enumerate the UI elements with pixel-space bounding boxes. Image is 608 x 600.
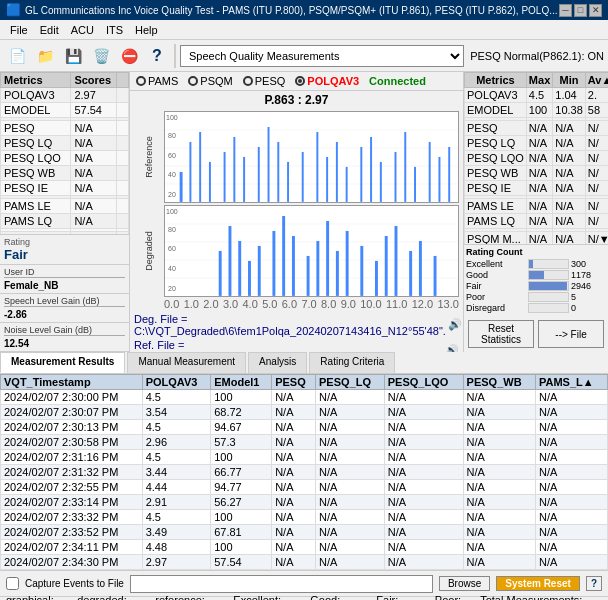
metric-score-cell: N/A [71, 199, 117, 214]
right-buttons: Reset Statistics --> File [464, 316, 608, 352]
menu-file[interactable]: File [4, 22, 34, 38]
svg-rect-46 [360, 246, 363, 296]
reset-statistics-button[interactable]: Reset Statistics [468, 320, 534, 348]
tab-manual-measurement[interactable]: Manual Measurement [127, 352, 246, 373]
results-col-header: PESQ_LQ [315, 375, 384, 390]
right-metrics-row: PAMS LQN/AN/AN/ [465, 214, 609, 229]
chart-title: P.863 : 2.97 [130, 91, 463, 109]
table-cell: N/A [315, 435, 384, 450]
radio-polqav3-label: POLQAV3 [307, 75, 359, 87]
table-cell: 3.44 [142, 465, 211, 480]
table-cell: N/A [272, 450, 316, 465]
svg-rect-9 [233, 137, 235, 202]
radio-pams-label: PAMS [148, 75, 178, 87]
right-metrics-row: PESQ WBN/AN/AN/ [465, 166, 609, 181]
svg-rect-49 [395, 226, 398, 296]
close-button[interactable]: ✕ [589, 4, 602, 17]
minimize-button[interactable]: ─ [559, 4, 572, 17]
table-cell: N/A [463, 420, 535, 435]
right-metric-cell: 100 [526, 103, 552, 118]
scores-col-header: Scores [71, 73, 117, 88]
left-metrics-row: PESQ IEN/A [1, 181, 129, 196]
file-button[interactable]: --> File [538, 320, 604, 348]
toolbar-stop-btn[interactable]: ⛔ [116, 43, 142, 69]
results-col-header: PESQ_WB [463, 375, 535, 390]
center-panel: PAMS PSQM PESQ POLQAV3 Connected P.863 [130, 72, 463, 352]
svg-rect-51 [419, 241, 422, 296]
menu-its[interactable]: ITS [100, 22, 129, 38]
table-cell: 66.77 [211, 465, 272, 480]
tab-analysis[interactable]: Analysis [248, 352, 307, 373]
rating-count-value: 300 [571, 259, 606, 269]
toolbar-save-btn[interactable]: 💾 [60, 43, 86, 69]
table-cell: 2024/02/07 2:31:32 PM [1, 465, 143, 480]
metric-name-cell: EMODEL [1, 103, 71, 118]
capture-input[interactable] [130, 575, 433, 593]
toolbar-new-btn[interactable]: 📄 [4, 43, 30, 69]
table-cell: 2024/02/07 2:30:07 PM [1, 405, 143, 420]
metric-name-cell: PESQ IE [1, 181, 71, 196]
toolbar-help-btn[interactable]: ? [144, 43, 170, 69]
metric-name-cell: PESQ LQ [1, 136, 71, 151]
table-cell: N/A [272, 465, 316, 480]
metric-score-cell: N/A [71, 136, 117, 151]
measurement-type-dropdown[interactable]: Speech Quality Measurements [180, 45, 464, 67]
rating-count-label: Good [466, 270, 526, 280]
table-cell: 2.91 [142, 495, 211, 510]
right-metrics-row: PESQN/AN/AN/ [465, 121, 609, 136]
metric-name-cell: POLQAV3 [1, 88, 71, 103]
help-button[interactable]: ? [586, 576, 602, 591]
browse-button[interactable]: Browse [439, 576, 490, 591]
radio-pams[interactable]: PAMS [136, 75, 178, 87]
table-cell: N/A [463, 480, 535, 495]
rating-bar-fill [529, 260, 533, 268]
right-metric-cell: 4.5 [526, 88, 552, 103]
rating-label: Rating [4, 237, 125, 247]
radio-psqm[interactable]: PSQM [188, 75, 232, 87]
right-metric-cell: PESQ IE [465, 181, 527, 196]
table-cell: 2024/02/07 2:34:11 PM [1, 540, 143, 555]
table-row: 2024/02/07 2:33:32 PM4.5100N/AN/AN/AN/AN… [1, 510, 608, 525]
capture-checkbox[interactable] [6, 577, 19, 590]
table-cell: N/A [272, 435, 316, 450]
rating-count-bars: Excellent300Good1178Fair2946Poor5Disrega… [466, 259, 606, 313]
svg-rect-23 [395, 152, 397, 202]
speech-gain-value: -2.86 [4, 309, 125, 320]
maximize-button[interactable]: □ [574, 4, 587, 17]
right-metric-cell: N/A [553, 121, 586, 136]
right-metric-cell: PESQ [465, 121, 527, 136]
status-good: Good: 1178 [310, 594, 364, 601]
menu-help[interactable]: Help [129, 22, 164, 38]
table-cell: N/A [535, 540, 607, 555]
svg-rect-42 [316, 241, 319, 296]
results-col-header: VQT_Timestamp [1, 375, 143, 390]
toolbar-delete-btn[interactable]: 🗑️ [88, 43, 114, 69]
table-row: 2024/02/07 2:33:14 PM2.9156.27N/AN/AN/AN… [1, 495, 608, 510]
toolbar-open-btn[interactable]: 📁 [32, 43, 58, 69]
table-cell: N/A [272, 510, 316, 525]
app-icon: 🟦 [6, 3, 21, 17]
radio-pesq[interactable]: PESQ [243, 75, 286, 87]
menu-acu[interactable]: ACU [65, 22, 100, 38]
tab-rating-criteria[interactable]: Rating Criteria [309, 352, 395, 373]
connected-status: Connected [369, 75, 426, 87]
results-table-area[interactable]: VQT_TimestampPOLQAV3EModel1PESQPESQ_LQPE… [0, 374, 608, 570]
results-col-header: PESQ_LQO [384, 375, 463, 390]
menu-edit[interactable]: Edit [34, 22, 65, 38]
table-cell: N/A [315, 465, 384, 480]
capture-label: Capture Events to File [25, 578, 124, 589]
audio-ref-icon[interactable]: 🔊 [445, 344, 459, 352]
system-reset-button[interactable]: System Reset [496, 576, 580, 591]
table-cell: 100 [211, 450, 272, 465]
tab-measurement-results[interactable]: Measurement Results [0, 352, 125, 373]
svg-rect-44 [336, 251, 339, 296]
rating-bar-bg [528, 259, 569, 269]
rating-count-row: Poor5 [466, 292, 606, 302]
status-bar: graphical: on degraded: raw reference: r… [0, 596, 608, 600]
table-cell: 94.77 [211, 480, 272, 495]
radio-polqav3[interactable]: POLQAV3 [295, 75, 359, 87]
rating-count-label: Excellent [466, 259, 526, 269]
noise-gain-label: Noise Level Gain (dB) [4, 325, 125, 336]
table-cell: N/A [535, 405, 607, 420]
audio-deg-icon[interactable]: 🔊 [448, 318, 462, 331]
